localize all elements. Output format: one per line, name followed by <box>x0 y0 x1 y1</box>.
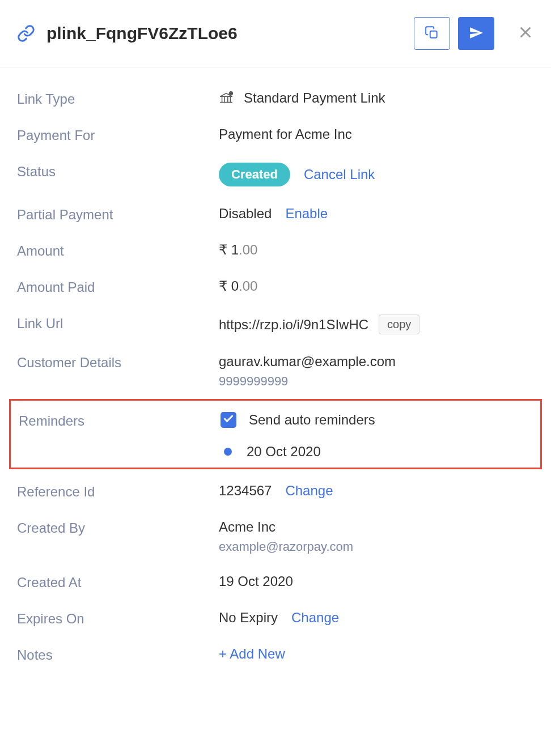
amount-decimal: .00 <box>239 242 257 258</box>
close-button[interactable] <box>517 24 534 43</box>
field-created-at: Created At 19 Oct 2020 <box>17 574 534 591</box>
panel-header: plink_FqngFV6ZzTLoe6 <box>0 0 551 67</box>
field-label: Partial Payment <box>17 206 219 223</box>
customer-phone: 9999999999 <box>219 374 288 389</box>
created-by-email: example@razorpay.com <box>219 540 353 554</box>
field-amount-paid: Amount Paid ₹ 0.00 <box>17 278 534 295</box>
duplicate-button[interactable] <box>414 17 450 50</box>
reminders-checkbox[interactable] <box>221 412 236 428</box>
field-notes: Notes + Add New <box>17 646 534 663</box>
field-label: Notes <box>17 646 219 663</box>
send-icon <box>469 26 484 42</box>
field-label: Status <box>17 163 219 180</box>
field-link-url: Link Url https://rzp.io/i/9n1SIwHC copy <box>17 315 534 334</box>
field-label: Customer Details <box>17 354 219 371</box>
send-button[interactable] <box>458 17 494 50</box>
field-label: Amount <box>17 242 219 259</box>
copy-url-button[interactable]: copy <box>379 315 419 334</box>
reference-id-value: 1234567 <box>219 483 272 499</box>
change-expiry-action[interactable]: Change <box>291 610 339 626</box>
field-status: Status Created Cancel Link <box>17 163 534 186</box>
amount-decimal: .00 <box>239 278 257 294</box>
add-note-action[interactable]: + Add New <box>219 646 285 662</box>
amount-main: 1 <box>231 242 239 258</box>
check-icon <box>223 412 234 428</box>
details-body: Link Type Standard Payment Link <box>0 67 551 699</box>
reminder-date: 20 Oct 2020 <box>247 444 321 460</box>
field-partial-payment: Partial Payment Disabled Enable <box>17 206 534 223</box>
field-created-by: Created By Acme Inc example@razorpay.com <box>17 519 534 554</box>
created-at-value: 19 Oct 2020 <box>219 574 293 589</box>
field-link-type: Link Type Standard Payment Link <box>17 90 534 107</box>
field-label: Amount Paid <box>17 278 219 295</box>
field-label: Link Type <box>17 90 219 107</box>
change-reference-action[interactable]: Change <box>285 483 333 499</box>
amount-main: 0 <box>231 278 239 294</box>
field-customer-details: Customer Details gaurav.kumar@example.co… <box>17 354 534 389</box>
reminders-highlight: Reminders Send auto reminders 20 Oct 202 <box>9 399 542 469</box>
expires-on-value: No Expiry <box>219 610 278 626</box>
field-label: Created At <box>17 574 219 591</box>
field-label: Reminders <box>19 412 221 429</box>
field-reminders: Reminders Send auto reminders 20 Oct 202 <box>11 412 540 460</box>
field-label: Created By <box>17 519 219 536</box>
customer-email: gaurav.kumar@example.com <box>219 354 396 369</box>
field-label: Payment For <box>17 126 219 143</box>
link-url-value: https://rzp.io/i/9n1SIwHC <box>219 317 368 333</box>
currency-symbol: ₹ <box>219 278 227 294</box>
reminders-checkbox-label: Send auto reminders <box>249 412 375 428</box>
svg-rect-0 <box>430 31 437 37</box>
cancel-link-action[interactable]: Cancel Link <box>304 167 375 182</box>
field-value: Standard Payment Link <box>244 90 385 106</box>
created-by-name: Acme Inc <box>219 519 276 535</box>
field-reference-id: Reference Id 1234567 Change <box>17 483 534 500</box>
enable-partial-action[interactable]: Enable <box>285 206 328 222</box>
field-expires-on: Expires On No Expiry Change <box>17 610 534 627</box>
copy-icon <box>425 26 439 42</box>
field-payment-for: Payment For Payment for Acme Inc <box>17 126 534 143</box>
bank-globe-icon <box>219 91 234 105</box>
status-dot-icon <box>224 448 232 456</box>
currency-symbol: ₹ <box>219 242 227 258</box>
field-label: Reference Id <box>17 483 219 500</box>
field-label: Expires On <box>17 610 219 627</box>
link-icon <box>17 24 35 43</box>
field-amount: Amount ₹ 1.00 <box>17 242 534 259</box>
status-badge: Created <box>219 163 290 186</box>
close-icon <box>517 24 534 43</box>
field-label: Link Url <box>17 315 219 332</box>
field-value: Payment for Acme Inc <box>219 126 352 142</box>
page-title: plink_FqngFV6ZzTLoe6 <box>46 24 414 43</box>
field-value: Disabled <box>219 206 272 222</box>
